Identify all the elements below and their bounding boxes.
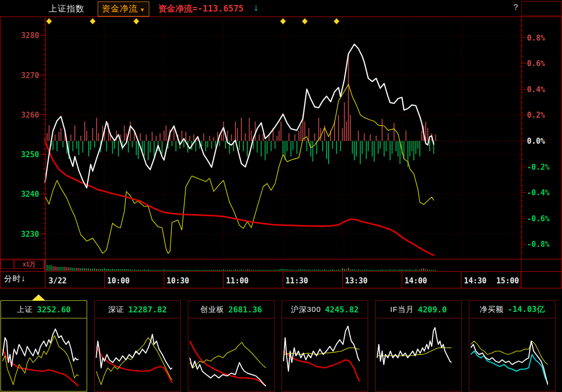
flow-bar (362, 141, 363, 154)
volume-bar (130, 269, 131, 271)
flow-bar (280, 122, 282, 141)
signal-diamond-marker (334, 19, 339, 25)
mini-panel-深证[interactable]: 深证12287.82 (94, 300, 181, 391)
right-axis-label: -0.8% (527, 240, 549, 249)
volume-bar (207, 270, 208, 271)
volume-bar (106, 269, 107, 271)
volume-bar (177, 270, 178, 271)
flow-bar (76, 141, 77, 149)
flow-bar (326, 141, 327, 159)
series-index-price (45, 44, 434, 188)
flow-bar (96, 118, 97, 141)
volume-bar (287, 269, 288, 271)
volume-bar (100, 269, 101, 271)
volume-bar (421, 269, 422, 271)
flow-bar (74, 126, 75, 141)
volume-bar (243, 270, 244, 271)
volume-bar (201, 270, 202, 271)
volume-bar (324, 269, 325, 271)
volume-bar (65, 267, 66, 271)
flow-bar (340, 141, 341, 152)
flow-bar (53, 141, 54, 150)
volume-bar (164, 269, 165, 271)
flow-bar (419, 141, 420, 157)
volume-bar (334, 270, 335, 271)
volume-bar (227, 270, 228, 271)
volume-bar (407, 270, 408, 271)
stock-terminal: 3280327032603250324032300.8%0.6%0.4%0.2%… (0, 0, 562, 392)
mini-panel-label: 净买额 (480, 305, 504, 314)
flow-bar (276, 136, 277, 141)
left-axis-label: 3250 (21, 150, 39, 159)
volume-bar (394, 269, 395, 271)
flow-bar (148, 141, 149, 161)
volume-bar (310, 270, 311, 271)
volume-bar (235, 269, 236, 271)
volume-bar (360, 270, 361, 271)
mini-series-white (96, 334, 172, 369)
volume-bar (372, 270, 373, 271)
flow-bar (128, 141, 129, 153)
flow-metric-dropdown[interactable]: 资金净流▼ (98, 2, 149, 17)
flow-bar (374, 141, 375, 162)
flow-bar (274, 141, 275, 149)
volume-bar (142, 270, 143, 271)
volume-bar (53, 266, 54, 271)
mini-panel-净买额[interactable]: 净买额-14.03亿 (469, 300, 555, 391)
flow-bar (405, 131, 406, 141)
right-axis-label: -0.2% (527, 163, 549, 172)
volume-bar (175, 270, 176, 271)
flow-bar (118, 141, 119, 157)
volume-bar (55, 266, 56, 271)
time-axis-label: 13:30 (345, 276, 368, 285)
volume-bar (140, 270, 141, 271)
mini-series-white (377, 327, 452, 364)
mini-series-cyan (471, 351, 548, 382)
flow-bar (247, 141, 248, 157)
volume-bar (338, 269, 339, 271)
flow-bar (264, 141, 265, 161)
flow-bar (49, 126, 50, 141)
flow-bar (211, 141, 212, 149)
mini-sparkline (188, 318, 274, 390)
volume-bar (314, 269, 315, 271)
time-axis-label: 11:00 (226, 276, 248, 285)
mini-panel-沪深300[interactable]: 沪深3004245.82 (282, 300, 368, 391)
volume-bar (253, 270, 254, 271)
volume-bar (318, 269, 319, 271)
volume-bar (362, 270, 363, 271)
flow-bar (320, 128, 321, 141)
volume-bar (162, 270, 163, 271)
volume-bar (352, 269, 353, 271)
flow-bar (413, 141, 414, 161)
intraday-chart[interactable]: 3280327032603250324032300.8%0.6%0.4%0.2%… (0, 0, 562, 290)
volume-bar (203, 270, 204, 271)
help-button[interactable]: ? (513, 3, 518, 12)
flow-bar (181, 131, 182, 141)
volume-bar (308, 269, 309, 271)
volume-bar (120, 269, 121, 271)
volume-bar (84, 268, 85, 271)
volume-bar (156, 270, 157, 271)
signal-diamond-marker (302, 19, 308, 25)
flow-bar (417, 141, 418, 149)
flow-bar (415, 141, 416, 154)
mini-panel-上证[interactable]: 上证3252.60 (1, 300, 87, 391)
volume-bar (350, 269, 351, 271)
mini-panel-IF当月[interactable]: IF当月4209.0 (375, 300, 462, 391)
period-selector[interactable]: 分时↓ (4, 274, 26, 284)
volume-bar (305, 269, 306, 271)
flow-bar (152, 132, 153, 141)
signal-diamond-marker (280, 19, 286, 25)
volume-bar (197, 270, 198, 271)
volume-bar (116, 269, 117, 271)
volume-bar (241, 269, 242, 271)
volume-bar (199, 270, 200, 271)
mini-series-white (471, 341, 548, 384)
flow-bar (237, 128, 238, 141)
flow-bar (175, 141, 176, 152)
volume-bar (165, 270, 166, 271)
mini-panel-创业板[interactable]: 创业板2681.36 (188, 300, 274, 391)
volume-bar (169, 270, 170, 271)
flow-bar (289, 133, 290, 141)
